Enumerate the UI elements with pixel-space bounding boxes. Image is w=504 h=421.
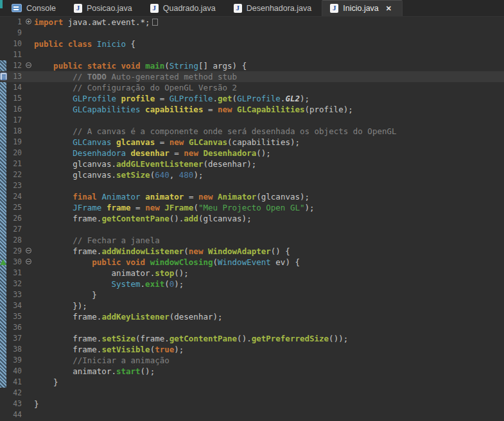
code-token: Animator (218, 192, 256, 202)
code-line-text[interactable] (34, 322, 504, 333)
annotation-ruler-cell (0, 82, 8, 93)
code-line-text[interactable] (34, 115, 504, 126)
code-line-text[interactable]: GLProfile profile = GLProfile.get(GLProf… (34, 93, 504, 104)
code-token: = (131, 203, 146, 212)
tab-console[interactable]: Console (4, 0, 66, 16)
code-line-text[interactable]: } (34, 399, 504, 409)
code-token: Inicio (97, 39, 126, 49)
fold-ruler-cell (25, 366, 34, 377)
code-line-text[interactable] (34, 180, 504, 191)
code-line-text[interactable]: glcanvas.addGLEventListener(desenhar); (34, 159, 504, 169)
annotation-ruler-cell (0, 399, 8, 409)
code-line-text[interactable]: glcanvas.setSize(640, 480); (34, 169, 504, 180)
fold-ruler-cell (25, 322, 34, 333)
code-line-text[interactable]: import java.awt.event.*; (34, 17, 504, 28)
code-token: GLCanvas (189, 137, 227, 147)
fold-ruler-cell (25, 148, 34, 159)
code-line-text[interactable] (34, 388, 504, 399)
tab-posicao-java[interactable]: JPosicao.java (66, 0, 143, 16)
code-token (213, 192, 218, 202)
code-token: a (116, 236, 131, 245)
tab-quadrado-java[interactable]: JQuadrado.java (143, 0, 226, 16)
annotation-ruler-cell (0, 148, 8, 159)
tab-desenhadora-java[interactable]: JDesenhadora.java (226, 0, 322, 16)
code-token: (glcanvas); (256, 192, 309, 202)
expand-fold-icon[interactable]: + (26, 19, 31, 24)
code-line-text[interactable]: // Fechar a janela (34, 235, 504, 246)
fold-ruler-cell (25, 71, 34, 82)
collapse-fold-icon[interactable]: – (26, 259, 31, 264)
code-line-text[interactable]: public static void main(String[] args) { (34, 60, 504, 71)
code-line-text[interactable]: GLCanvas glcanvas = new GLCanvas(capabil… (34, 137, 504, 148)
fold-ruler-cell (25, 377, 34, 388)
line-number: 19 (8, 137, 25, 148)
tab-label: Desenhadora.java (247, 4, 311, 13)
code-token: ()); (329, 334, 348, 343)
code-line-text[interactable]: animator.stop(); (34, 268, 504, 279)
annotation-ruler-cell (0, 93, 8, 104)
code-token (101, 203, 107, 212)
code-line-text[interactable]: // Configuração do OpenGL Versão 2 (34, 82, 504, 93)
code-token: JFrame (73, 203, 101, 212)
code-token: System (111, 279, 140, 289)
code-line-text[interactable]: public class Inicio { (34, 39, 504, 49)
code-line-text[interactable]: System.exit(0); (34, 279, 504, 289)
code-line-text[interactable]: frame.getContentPane().add(glcanvas); (34, 213, 504, 224)
code-token: class (68, 39, 92, 49)
fold-ruler-cell (25, 180, 34, 191)
code-line-text[interactable]: animator.start(); (34, 366, 504, 377)
fold-ruler-cell (25, 202, 34, 213)
code-token (141, 61, 146, 71)
code-line-text[interactable]: }); (34, 300, 504, 311)
code-line-text[interactable]: frame.addWindowListener(new WindowAdapte… (34, 246, 504, 257)
fold-ruler-cell (25, 39, 34, 49)
code-token: (); (256, 148, 271, 158)
code-line-text[interactable]: // TODO Auto-generated method stub (34, 71, 504, 82)
code-line-text[interactable]: JFrame frame = new JFrame("Meu Projecto … (34, 202, 504, 213)
tab-label: Console (26, 4, 56, 13)
collapse-fold-icon[interactable]: – (26, 62, 31, 68)
code-line-text[interactable]: Desenhadora desenhar = new Desenhadora()… (34, 148, 504, 159)
code-line-text[interactable]: frame.setVisible(true); (34, 344, 504, 355)
fold-ruler-cell (25, 191, 34, 202)
line-number: 10 (8, 39, 25, 49)
code-line-text[interactable] (34, 28, 504, 39)
line-number: 30 (8, 257, 25, 268)
code-line-text[interactable]: frame.setSize(frame.getContentPane().get… (34, 333, 504, 344)
close-tab-icon[interactable]: ✕ (386, 4, 392, 13)
line-number: 41 (8, 377, 25, 388)
code-token: final (73, 192, 97, 202)
code-token: stop (155, 268, 174, 278)
code-token: glcanvas. (73, 159, 116, 169)
collapse-fold-icon[interactable]: – (26, 248, 31, 253)
code-line-text[interactable]: GLCapabilities capabilities = new GLCapa… (34, 104, 504, 115)
code-line-text[interactable]: frame.addKeyListener(desenhar); (34, 311, 504, 322)
code-token: = (169, 148, 184, 158)
code-line: 18 // A canvas é a componente onde será … (0, 126, 504, 137)
annotation-ruler-cell (0, 60, 8, 71)
annotation-ruler-cell (0, 322, 8, 333)
code-token: public (92, 257, 121, 267)
code-token: WindowAdapter (208, 246, 271, 256)
code-line-text[interactable] (34, 49, 504, 60)
code-line-text[interactable]: // A canvas é a componente onde será des… (34, 126, 504, 137)
code-token: ); (174, 345, 184, 354)
code-token: (). (169, 214, 184, 223)
code-line-text[interactable]: //Iniciar a animação (34, 355, 504, 366)
code-editor[interactable]: 1+import java.awt.event.*;910public clas… (0, 17, 504, 421)
code-token: new (169, 137, 184, 147)
fold-ruler-cell: – (25, 246, 34, 257)
code-line-text[interactable] (34, 409, 504, 420)
fold-ruler-cell (25, 93, 34, 104)
code-line-text[interactable] (34, 224, 504, 235)
tab-inicio-java[interactable]: JInicio.java✕ (322, 0, 403, 16)
code-line-text[interactable]: public void windowClosing(WindowEvent ev… (34, 257, 504, 268)
code-line-text[interactable]: final Animator animator = new Animator(g… (34, 191, 504, 202)
code-token: static (87, 61, 116, 71)
code-line: 35 frame.addKeyListener(desenhar); (0, 311, 504, 322)
java-file-icon: J (330, 4, 338, 13)
code-line-text[interactable]: } (34, 377, 504, 388)
code-token: ( (164, 61, 169, 71)
code-token: { (126, 39, 135, 49)
code-line-text[interactable]: } (34, 289, 504, 300)
